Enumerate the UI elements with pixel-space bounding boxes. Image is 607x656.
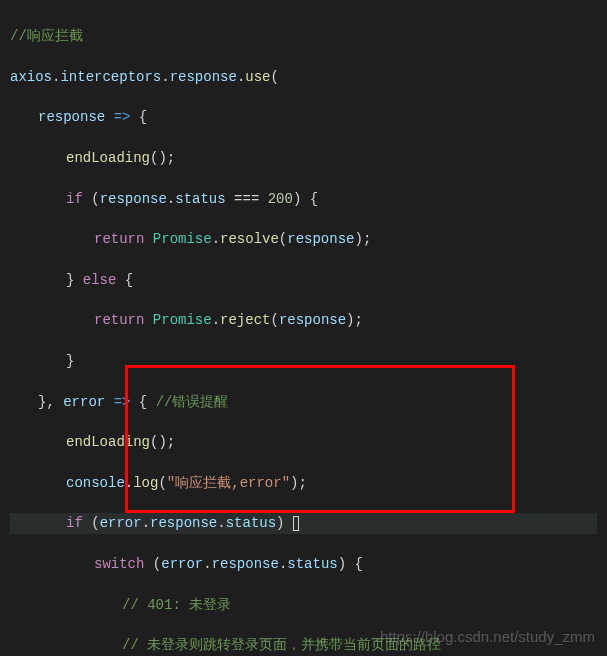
code-line: endLoading(); xyxy=(10,432,597,452)
code-line: } else { xyxy=(10,270,597,290)
code-editor[interactable]: //响应拦截 axios.interceptors.response.use( … xyxy=(0,0,607,656)
cursor xyxy=(293,516,299,531)
code-line-active: if (error.response.status) xyxy=(10,513,597,533)
code-line: axios.interceptors.response.use( xyxy=(10,67,597,87)
code-line: } xyxy=(10,351,597,371)
code-line: //响应拦截 xyxy=(10,26,597,46)
code-line: // 未登录则跳转登录页面，并携带当前页面的路径 xyxy=(10,635,597,655)
code-line: endLoading(); xyxy=(10,148,597,168)
code-line: return Promise.reject(response); xyxy=(10,310,597,330)
code-line: return Promise.resolve(response); xyxy=(10,229,597,249)
code-line: response => { xyxy=(10,107,597,127)
code-line: switch (error.response.status) { xyxy=(10,554,597,574)
code-line: console.log("响应拦截,error"); xyxy=(10,473,597,493)
code-line: // 401: 未登录 xyxy=(10,595,597,615)
code-line: if (response.status === 200) { xyxy=(10,189,597,209)
code-line: }, error => { //错误提醒 xyxy=(10,392,597,412)
